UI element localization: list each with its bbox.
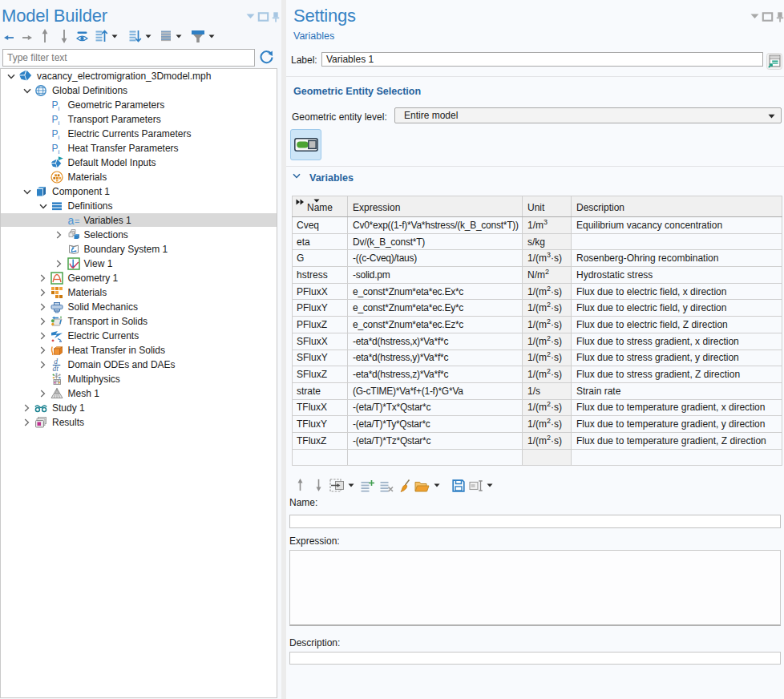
- svg-text:i: i: [59, 119, 60, 127]
- svg-text:P: P: [52, 128, 59, 139]
- svg-text:P: P: [52, 114, 59, 125]
- svg-text:i: i: [59, 105, 60, 112]
- svg-text:=: =: [75, 216, 79, 226]
- svg-text:i: i: [59, 148, 60, 156]
- svg-text:dt: dt: [53, 365, 59, 371]
- svg-text:a: a: [68, 214, 75, 227]
- svg-text:i: i: [59, 134, 60, 141]
- svg-text:P: P: [52, 99, 59, 111]
- svg-text:P: P: [52, 143, 59, 154]
